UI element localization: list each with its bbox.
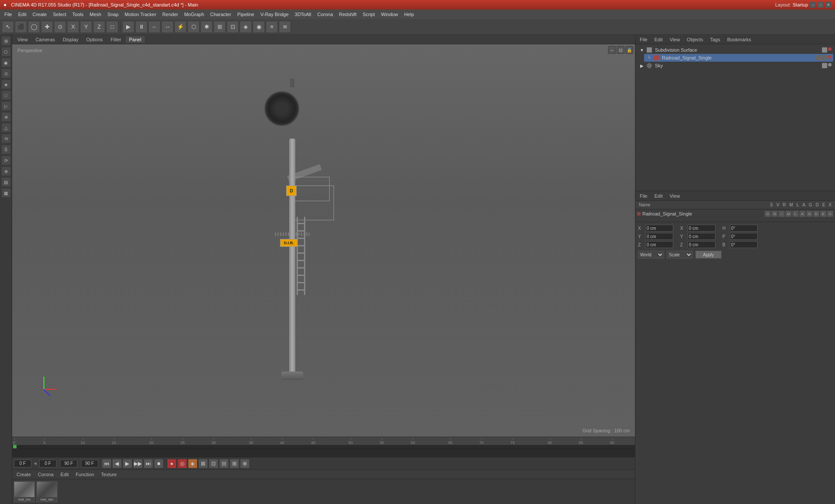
menu-item-select[interactable]: Select <box>50 11 69 18</box>
toolbar-tool-5[interactable]: X <box>67 21 79 33</box>
fps-input[interactable] <box>81 460 98 468</box>
side-tool-6[interactable]: ▷ <box>1 101 11 111</box>
world-dropdown[interactable]: World Local <box>638 251 664 259</box>
key3-btn[interactable]: ⊟ <box>219 459 229 468</box>
menu-item-3dtoall[interactable]: 3DToAll <box>292 11 314 18</box>
side-tool-4[interactable]: ◈ <box>1 80 11 89</box>
tree-item-subdivision[interactable]: ▼ Subdivision Surface <box>637 46 833 54</box>
mat-menu-corona[interactable]: Corona <box>35 471 56 478</box>
viewport-lock-btn[interactable]: 🔒 <box>625 46 633 54</box>
y-pos-input[interactable] <box>645 233 673 240</box>
toolbar-tool-20[interactable]: ◉ <box>253 21 265 33</box>
menu-item-snap[interactable]: Snap <box>105 11 121 18</box>
goto-start-btn[interactable]: ⏮ <box>102 459 111 468</box>
scene-menu-edit[interactable]: Edit <box>652 36 665 43</box>
toolbar-tool-14[interactable]: ⚡ <box>174 21 187 33</box>
menu-item-tools[interactable]: Tools <box>70 11 86 18</box>
side-tool-10[interactable]: S <box>1 145 11 154</box>
menu-item-motion-tracker[interactable]: Motion Tracker <box>122 11 159 18</box>
scene-menu-file[interactable]: File <box>637 36 650 43</box>
menu-item-edit[interactable]: Edit <box>16 11 29 18</box>
toolbar-tool-4[interactable]: ⊙ <box>54 21 66 33</box>
side-tool-14[interactable]: ▦ <box>1 188 11 198</box>
menu-item-create[interactable]: Create <box>30 11 50 18</box>
tab-panel[interactable]: Panel <box>126 36 145 43</box>
menu-item-pipeline[interactable]: Pipeline <box>235 11 257 18</box>
side-tool-2[interactable]: ◉ <box>1 58 11 67</box>
tab-options[interactable]: Options <box>83 36 106 43</box>
material-item-0[interactable]: mat_mo <box>14 481 35 502</box>
toolbar-tool-17[interactable]: ⊞ <box>214 21 226 33</box>
b-input[interactable] <box>730 241 758 248</box>
tree-item-sky[interactable]: ▶ Sky <box>637 62 833 70</box>
goto-end-btn[interactable]: ⏭ <box>144 459 153 468</box>
side-tool-0[interactable]: ⊞ <box>1 36 11 46</box>
viewport-settings-btn[interactable]: ⊡ <box>617 46 625 54</box>
toolbar-tool-7[interactable]: Z <box>93 21 105 33</box>
toolbar-tool-13[interactable]: ↔ <box>161 21 174 33</box>
mat-menu-edit[interactable]: Edit <box>58 471 71 478</box>
key2-btn[interactable]: ⊡ <box>209 459 218 468</box>
mat-menu-texture[interactable]: Texture <box>98 471 119 478</box>
side-tool-7[interactable]: ⊕ <box>1 112 11 122</box>
side-tool-3[interactable]: ⊙ <box>1 69 11 78</box>
record2-btn[interactable]: ◎ <box>177 459 187 468</box>
next-frame-btn[interactable]: ▶▶ <box>133 459 143 468</box>
record3-btn[interactable]: ◈ <box>188 459 197 468</box>
toolbar-tool-10[interactable]: ▶ <box>122 21 134 33</box>
toolbar-tool-12[interactable]: ← <box>148 21 160 33</box>
menu-item-window[interactable]: Window <box>378 11 401 18</box>
toolbar-tool-11[interactable]: ⏸ <box>135 21 147 33</box>
mat-menu-create[interactable]: Create <box>14 471 33 478</box>
menu-item-script[interactable]: Script <box>360 11 377 18</box>
toolbar-tool-1[interactable]: ⬛ <box>15 21 27 33</box>
minimize-button[interactable]: – <box>810 2 816 8</box>
menu-item-mesh[interactable]: Mesh <box>87 11 104 18</box>
z-pos-input[interactable] <box>645 241 673 248</box>
toolbar-tool-3[interactable]: ✚ <box>41 21 53 33</box>
viewport-canvas[interactable]: D D.I.B. Perspective Grid Spacing : 100 … <box>12 44 635 437</box>
menu-item-corona[interactable]: Corona <box>314 11 335 18</box>
toolbar-tool-16[interactable]: ✱ <box>200 21 213 33</box>
material-item-1[interactable]: mat_sec <box>37 481 57 502</box>
apply-button[interactable]: Apply <box>695 251 721 259</box>
scene-menu-view[interactable]: View <box>667 36 683 43</box>
p-input[interactable] <box>730 233 758 240</box>
key5-btn[interactable]: ⊗ <box>240 459 250 468</box>
frame-start-input[interactable] <box>39 460 57 468</box>
scale-dropdown[interactable]: Scale <box>667 251 693 259</box>
toolbar-tool-15[interactable]: ⬡ <box>187 21 200 33</box>
maximize-button[interactable]: □ <box>818 2 824 8</box>
tree-item-railroad[interactable]: └ Railroad_Signal_Single <box>644 54 833 62</box>
toolbar-tool-0[interactable]: ↖ <box>2 21 14 33</box>
toolbar-tool-6[interactable]: Y <box>80 21 92 33</box>
scene-menu-bookmarks[interactable]: Bookmarks <box>725 36 754 43</box>
menu-item-render[interactable]: Render <box>160 11 180 18</box>
toolbar-tool-2[interactable]: ◯ <box>28 21 40 33</box>
toolbar-tool-8[interactable]: □ <box>106 21 118 33</box>
tab-view[interactable]: View <box>14 36 31 43</box>
tab-cameras[interactable]: Cameras <box>32 36 59 43</box>
x-rot-input[interactable] <box>688 225 715 232</box>
frame-end-input[interactable] <box>60 460 77 468</box>
obj-menu-file[interactable]: File <box>637 192 650 199</box>
obj-row-0[interactable]: Railroad_Signal_Single ⊙ ⊡ ○ M L A G D E… <box>635 209 835 218</box>
z-rot-input[interactable] <box>688 241 715 248</box>
key4-btn[interactable]: ⊞ <box>230 459 239 468</box>
tab-display[interactable]: Display <box>59 36 82 43</box>
play-forward-btn[interactable]: ▶ <box>123 459 132 468</box>
key-btn[interactable]: ⊠ <box>198 459 208 468</box>
y-rot-input[interactable] <box>688 233 715 240</box>
tab-filter[interactable]: Filter <box>107 36 124 43</box>
obj-menu-view[interactable]: View <box>667 192 683 199</box>
x-pos-input[interactable] <box>645 225 673 232</box>
viewport-expand-btn[interactable]: ↔ <box>608 46 616 54</box>
toolbar-tool-22[interactable]: ≋ <box>279 21 291 33</box>
side-tool-9[interactable]: ⟲ <box>1 134 11 143</box>
side-tool-5[interactable]: □ <box>1 90 11 100</box>
timeline-track[interactable] <box>12 448 635 457</box>
menu-item-v-ray-bridge[interactable]: V-Ray Bridge <box>258 11 291 18</box>
scene-menu-objects[interactable]: Objects <box>684 36 705 43</box>
side-tool-12[interactable]: ⊗ <box>1 166 11 176</box>
toolbar-tool-18[interactable]: ⊡ <box>227 21 239 33</box>
